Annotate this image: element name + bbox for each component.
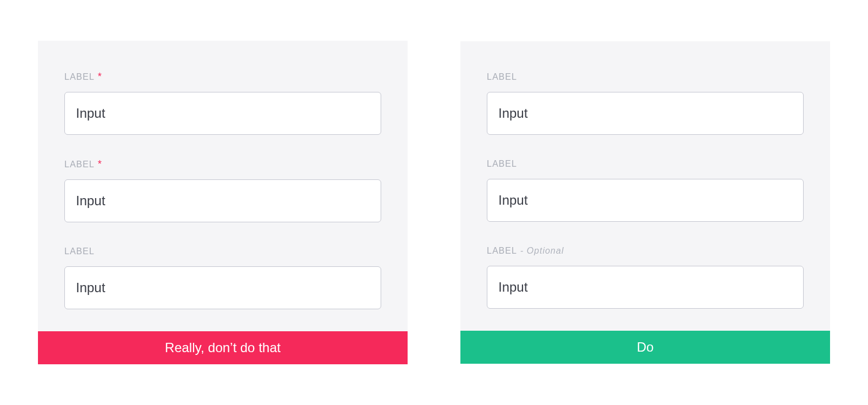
dont-footer-text: Really, don’t do that <box>165 340 281 355</box>
do-form-area: LABEL LABEL LABEL - Optional <box>460 41 830 331</box>
do-footer-banner: Do <box>460 331 830 364</box>
do-panel: LABEL LABEL LABEL - Optional Do <box>460 41 830 364</box>
field-label: LABEL * <box>64 72 381 82</box>
label-text: LABEL <box>64 160 95 169</box>
optional-suffix: - Optional <box>520 246 564 256</box>
form-row: LABEL <box>64 247 381 309</box>
text-input[interactable] <box>64 266 381 309</box>
field-label: LABEL * <box>64 159 381 169</box>
form-row: LABEL * <box>64 159 381 222</box>
do-footer-text: Do <box>637 340 654 355</box>
text-input[interactable] <box>487 266 804 309</box>
required-asterisk: * <box>98 72 102 81</box>
form-row: LABEL - Optional <box>487 246 804 309</box>
label-text: LABEL <box>64 72 95 82</box>
text-input[interactable] <box>64 92 381 135</box>
form-row: LABEL <box>487 72 804 135</box>
dont-panel: LABEL * LABEL * LABEL Really, don’t do t… <box>38 41 408 364</box>
form-row: LABEL * <box>64 72 381 135</box>
label-text: LABEL <box>487 246 517 256</box>
field-label: LABEL - Optional <box>487 246 804 256</box>
dont-form-area: LABEL * LABEL * LABEL <box>38 41 408 331</box>
field-label: LABEL <box>487 72 804 82</box>
text-input[interactable] <box>64 179 381 222</box>
form-row: LABEL <box>487 159 804 222</box>
text-input[interactable] <box>487 179 804 222</box>
required-asterisk: * <box>98 159 102 169</box>
dont-footer-banner: Really, don’t do that <box>38 331 408 364</box>
label-text: LABEL <box>487 159 517 169</box>
field-label: LABEL <box>487 159 804 169</box>
label-text: LABEL <box>64 247 95 256</box>
field-label: LABEL <box>64 247 381 256</box>
label-text: LABEL <box>487 72 517 82</box>
text-input[interactable] <box>487 92 804 135</box>
